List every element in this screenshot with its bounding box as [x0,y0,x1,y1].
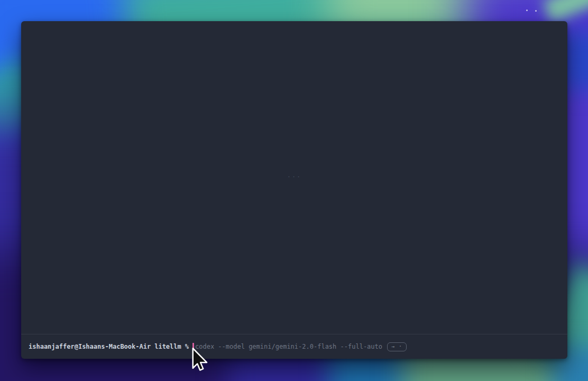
command-autosuggestion: codex --model gemini/gemini-2.0-flash --… [195,343,382,350]
command-input-line[interactable]: ishaanjaffer@Ishaans-MacBook-Air litellm… [21,334,567,359]
prompt-directory: litellm [154,343,181,350]
terminal-output-area[interactable]: ... [21,21,567,334]
accept-suggestion-key-hint: → · [387,342,407,351]
text-cursor-caret [192,343,194,351]
terminal-window[interactable]: ... ishaanjaffer@Ishaans-MacBook-Air lit… [21,21,567,359]
wallpaper-star-dot [535,10,537,12]
wallpaper-star-dot [526,10,528,11]
prompt-user-host: ishaanjaffer@Ishaans-MacBook-Air [29,343,151,350]
desktop: ... ishaanjaffer@Ishaans-MacBook-Air lit… [0,0,588,381]
prompt-symbol: % [185,343,189,350]
loading-ellipsis: ... [287,171,302,179]
